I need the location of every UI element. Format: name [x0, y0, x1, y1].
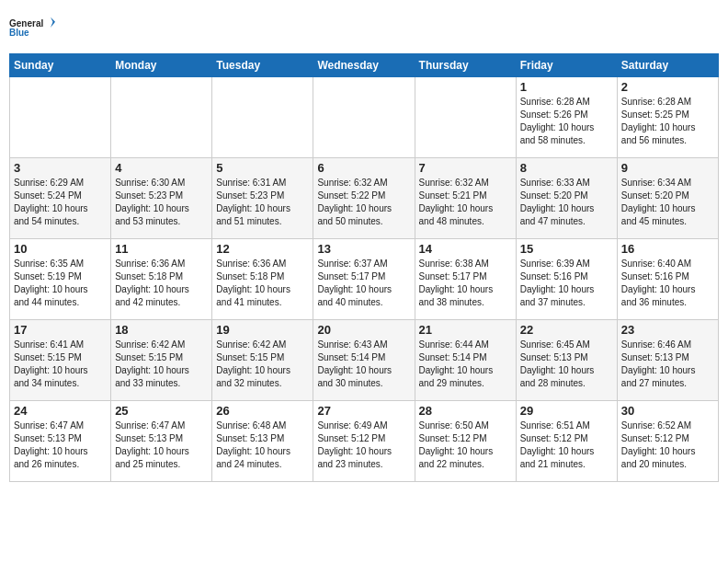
- day-info: Sunrise: 6:29 AM Sunset: 5:24 PM Dayligh…: [14, 177, 107, 228]
- calendar-week-3: 10Sunrise: 6:35 AM Sunset: 5:19 PM Dayli…: [10, 239, 719, 320]
- calendar-cell: 25Sunrise: 6:47 AM Sunset: 5:13 PM Dayli…: [111, 401, 212, 482]
- page-header: General Blue: [9, 9, 719, 46]
- calendar-cell: 4Sunrise: 6:30 AM Sunset: 5:23 PM Daylig…: [111, 158, 212, 239]
- calendar-cell: [313, 77, 415, 158]
- calendar-cell: 7Sunrise: 6:32 AM Sunset: 5:21 PM Daylig…: [415, 158, 516, 239]
- calendar-cell: [212, 77, 313, 158]
- calendar-cell: 19Sunrise: 6:42 AM Sunset: 5:15 PM Dayli…: [212, 320, 313, 401]
- day-number: 19: [216, 323, 309, 337]
- day-number: 4: [115, 161, 208, 175]
- calendar-week-1: 1Sunrise: 6:28 AM Sunset: 5:26 PM Daylig…: [10, 77, 719, 158]
- logo-svg: General Blue: [9, 9, 55, 46]
- calendar-cell: [10, 77, 111, 158]
- day-number: 10: [14, 242, 107, 256]
- calendar-cell: 23Sunrise: 6:46 AM Sunset: 5:13 PM Dayli…: [617, 320, 718, 401]
- day-number: 25: [115, 404, 208, 418]
- calendar-cell: 2Sunrise: 6:28 AM Sunset: 5:25 PM Daylig…: [617, 77, 718, 158]
- day-number: 12: [216, 242, 309, 256]
- day-number: 5: [216, 161, 309, 175]
- calendar-cell: 5Sunrise: 6:31 AM Sunset: 5:23 PM Daylig…: [212, 158, 313, 239]
- day-info: Sunrise: 6:40 AM Sunset: 5:16 PM Dayligh…: [621, 258, 714, 309]
- day-number: 23: [621, 323, 714, 337]
- calendar-cell: 11Sunrise: 6:36 AM Sunset: 5:18 PM Dayli…: [111, 239, 212, 320]
- day-number: 13: [317, 242, 410, 256]
- weekday-header-wednesday: Wednesday: [313, 54, 415, 77]
- day-info: Sunrise: 6:28 AM Sunset: 5:25 PM Dayligh…: [621, 96, 714, 147]
- calendar-week-5: 24Sunrise: 6:47 AM Sunset: 5:13 PM Dayli…: [10, 401, 719, 482]
- day-number: 20: [317, 323, 410, 337]
- day-info: Sunrise: 6:41 AM Sunset: 5:15 PM Dayligh…: [14, 339, 107, 390]
- calendar-week-4: 17Sunrise: 6:41 AM Sunset: 5:15 PM Dayli…: [10, 320, 719, 401]
- day-info: Sunrise: 6:34 AM Sunset: 5:20 PM Dayligh…: [621, 177, 714, 228]
- day-number: 3: [14, 161, 107, 175]
- calendar-cell: 9Sunrise: 6:34 AM Sunset: 5:20 PM Daylig…: [617, 158, 718, 239]
- calendar-cell: 29Sunrise: 6:51 AM Sunset: 5:12 PM Dayli…: [516, 401, 617, 482]
- calendar-cell: 30Sunrise: 6:52 AM Sunset: 5:12 PM Dayli…: [617, 401, 718, 482]
- calendar-cell: [111, 77, 212, 158]
- day-number: 8: [520, 161, 613, 175]
- day-number: 16: [621, 242, 714, 256]
- calendar-cell: 1Sunrise: 6:28 AM Sunset: 5:26 PM Daylig…: [516, 77, 617, 158]
- day-info: Sunrise: 6:36 AM Sunset: 5:18 PM Dayligh…: [115, 258, 208, 309]
- svg-text:Blue: Blue: [9, 28, 29, 38]
- day-info: Sunrise: 6:39 AM Sunset: 5:16 PM Dayligh…: [520, 258, 613, 309]
- day-info: Sunrise: 6:46 AM Sunset: 5:13 PM Dayligh…: [621, 339, 714, 390]
- day-number: 17: [14, 323, 107, 337]
- day-number: 22: [520, 323, 613, 337]
- calendar-cell: 15Sunrise: 6:39 AM Sunset: 5:16 PM Dayli…: [516, 239, 617, 320]
- day-info: Sunrise: 6:50 AM Sunset: 5:12 PM Dayligh…: [419, 419, 512, 471]
- calendar-table: SundayMondayTuesdayWednesdayThursdayFrid…: [9, 53, 719, 482]
- calendar-header-row: SundayMondayTuesdayWednesdayThursdayFrid…: [10, 54, 719, 77]
- day-info: Sunrise: 6:38 AM Sunset: 5:17 PM Dayligh…: [419, 258, 512, 309]
- day-info: Sunrise: 6:28 AM Sunset: 5:26 PM Dayligh…: [520, 96, 613, 147]
- day-info: Sunrise: 6:32 AM Sunset: 5:21 PM Dayligh…: [419, 177, 512, 228]
- day-info: Sunrise: 6:45 AM Sunset: 5:13 PM Dayligh…: [520, 339, 613, 390]
- calendar-cell: 14Sunrise: 6:38 AM Sunset: 5:17 PM Dayli…: [415, 239, 516, 320]
- day-info: Sunrise: 6:47 AM Sunset: 5:13 PM Dayligh…: [115, 419, 208, 471]
- calendar-cell: 27Sunrise: 6:49 AM Sunset: 5:12 PM Dayli…: [313, 401, 415, 482]
- day-number: 1: [520, 80, 613, 94]
- day-info: Sunrise: 6:43 AM Sunset: 5:14 PM Dayligh…: [317, 339, 410, 390]
- calendar-cell: 21Sunrise: 6:44 AM Sunset: 5:14 PM Dayli…: [415, 320, 516, 401]
- calendar-cell: 8Sunrise: 6:33 AM Sunset: 5:20 PM Daylig…: [516, 158, 617, 239]
- calendar-cell: 16Sunrise: 6:40 AM Sunset: 5:16 PM Dayli…: [617, 239, 718, 320]
- day-info: Sunrise: 6:52 AM Sunset: 5:12 PM Dayligh…: [621, 419, 714, 471]
- day-number: 14: [419, 242, 512, 256]
- svg-marker-2: [51, 17, 55, 28]
- calendar-cell: 17Sunrise: 6:41 AM Sunset: 5:15 PM Dayli…: [10, 320, 111, 401]
- calendar-week-2: 3Sunrise: 6:29 AM Sunset: 5:24 PM Daylig…: [10, 158, 719, 239]
- weekday-header-saturday: Saturday: [617, 54, 718, 77]
- day-info: Sunrise: 6:32 AM Sunset: 5:22 PM Dayligh…: [317, 177, 410, 228]
- calendar-cell: [415, 77, 516, 158]
- day-number: 28: [419, 404, 512, 418]
- day-info: Sunrise: 6:31 AM Sunset: 5:23 PM Dayligh…: [216, 177, 309, 228]
- day-number: 29: [520, 404, 613, 418]
- day-number: 9: [621, 161, 714, 175]
- weekday-header-thursday: Thursday: [415, 54, 516, 77]
- day-number: 26: [216, 404, 309, 418]
- day-info: Sunrise: 6:33 AM Sunset: 5:20 PM Dayligh…: [520, 177, 613, 228]
- weekday-header-tuesday: Tuesday: [212, 54, 313, 77]
- calendar-cell: 22Sunrise: 6:45 AM Sunset: 5:13 PM Dayli…: [516, 320, 617, 401]
- calendar-cell: 6Sunrise: 6:32 AM Sunset: 5:22 PM Daylig…: [313, 158, 415, 239]
- calendar-cell: 3Sunrise: 6:29 AM Sunset: 5:24 PM Daylig…: [10, 158, 111, 239]
- logo: General Blue: [9, 9, 55, 46]
- day-number: 30: [621, 404, 714, 418]
- weekday-header-monday: Monday: [111, 54, 212, 77]
- calendar-cell: 26Sunrise: 6:48 AM Sunset: 5:13 PM Dayli…: [212, 401, 313, 482]
- day-number: 15: [520, 242, 613, 256]
- calendar-cell: 10Sunrise: 6:35 AM Sunset: 5:19 PM Dayli…: [10, 239, 111, 320]
- day-number: 21: [419, 323, 512, 337]
- day-number: 11: [115, 242, 208, 256]
- day-info: Sunrise: 6:48 AM Sunset: 5:13 PM Dayligh…: [216, 419, 309, 471]
- calendar-cell: 20Sunrise: 6:43 AM Sunset: 5:14 PM Dayli…: [313, 320, 415, 401]
- day-number: 2: [621, 80, 714, 94]
- calendar-cell: 13Sunrise: 6:37 AM Sunset: 5:17 PM Dayli…: [313, 239, 415, 320]
- svg-text:General: General: [9, 18, 43, 29]
- day-info: Sunrise: 6:42 AM Sunset: 5:15 PM Dayligh…: [115, 339, 208, 390]
- calendar-cell: 24Sunrise: 6:47 AM Sunset: 5:13 PM Dayli…: [10, 401, 111, 482]
- day-number: 7: [419, 161, 512, 175]
- day-info: Sunrise: 6:30 AM Sunset: 5:23 PM Dayligh…: [115, 177, 208, 228]
- calendar-cell: 28Sunrise: 6:50 AM Sunset: 5:12 PM Dayli…: [415, 401, 516, 482]
- day-number: 6: [317, 161, 410, 175]
